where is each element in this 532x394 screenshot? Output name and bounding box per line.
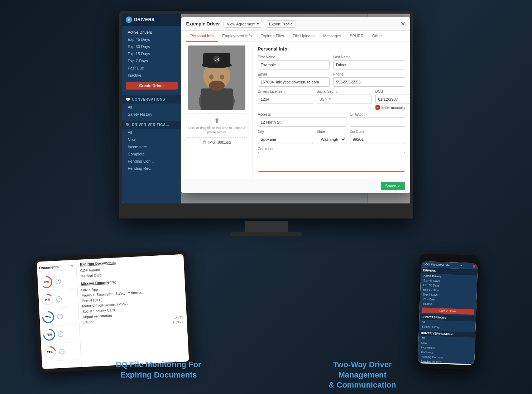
two-way-management-title: Two-Way Driver Management& Communication [309, 360, 416, 390]
phone-create-driver-button[interactable]: Create Driver [422, 307, 474, 314]
state-select[interactable]: Washington Oregon Idaho [317, 135, 346, 144]
enter-manually-checkbox[interactable]: ✓ [375, 105, 380, 110]
modal-close-button[interactable]: ✕ [401, 20, 405, 27]
photo-section: JR [181, 42, 253, 179]
email-label: Email [258, 72, 330, 76]
sidebar-item-dv-incomplete[interactable]: Incomplete [122, 143, 181, 150]
progress-row-2: 14% 🕐 [40, 289, 76, 309]
zip-group: Zip Code [350, 130, 405, 144]
view-agreement-button[interactable]: View Agreement ▾ [224, 20, 262, 28]
sidebar-item-safety-history[interactable]: Safety History [122, 111, 181, 118]
zip-input[interactable] [350, 135, 405, 144]
sidebar-item-active-drivers[interactable]: Active Drivers [122, 29, 181, 36]
city-label: City [258, 130, 313, 134]
social-sec-input[interactable] [317, 95, 372, 104]
conversations-header: 💬 CONVERSATIONS [122, 95, 181, 104]
progress-circle-1: 57% [40, 275, 53, 289]
sidebar-item-dv-pending-record[interactable]: Pending Rec... [122, 165, 181, 172]
svg-point-9 [220, 75, 224, 80]
clock-icon-5: 🕐 [58, 349, 65, 355]
tab-messages[interactable]: Messages [319, 31, 345, 42]
svg-text:JR: JR [215, 57, 220, 61]
sidebar-item-exp15[interactable]: Exp 15 Days [122, 50, 181, 57]
phone-label: Phone [333, 72, 405, 76]
progress-circle-3: 71% [42, 311, 55, 324]
last-name-input[interactable] [333, 60, 405, 69]
upload-text: Click or drag file to this area to uploa… [188, 126, 246, 134]
sidebar-item-past-due[interactable]: Past Due [122, 64, 181, 72]
sidebar-item-exp7[interactable]: Exp 7 Days [122, 57, 181, 64]
contact-row: Email Phone [258, 72, 405, 87]
address-group: Address [258, 112, 346, 127]
sidebar-drivers-section: Active Drivers Exp 45 Days Exp 30 Days E… [122, 29, 181, 92]
date-end-2: 1/13/27 [173, 320, 184, 325]
export-profile-button[interactable]: Export Profile [266, 20, 296, 28]
sidebar-item-inactive[interactable]: Inactive [122, 72, 181, 79]
clock-icon-4: 🕐 [58, 331, 64, 337]
driver-modal: Example Driver View Agreement ▾ Export P… [181, 17, 410, 193]
svg-rect-2 [201, 88, 233, 110]
tablet-wrapper: Documents ⇅ 57% 🕐 [33, 250, 193, 373]
delete-photo-button[interactable]: 🗑 [203, 140, 207, 145]
drivers-license-group: Drivers License # [258, 90, 313, 110]
sidebar-item-dv-new[interactable]: New [122, 136, 181, 143]
date-start-1: 1/10/22 [83, 320, 94, 325]
form-title: Personal Info: [258, 46, 405, 52]
first-name-input[interactable] [258, 60, 330, 69]
tab-employment-info[interactable]: Employment Info [218, 31, 256, 42]
phone-site-label: 1-DQ File Demo Site [423, 263, 450, 267]
driver-verification-header: 🔍 DRIVER VERIFICA... [122, 121, 181, 129]
phone-screen: 1-DQ File Demo Site ▾ DRIVERS Active Dri… [418, 261, 478, 365]
modal-tabs: Personal Info Employment Info Expiring F… [181, 31, 410, 42]
first-name-label: First Name [258, 55, 330, 59]
tab-personal-info[interactable]: Personal Info [186, 31, 218, 42]
photo-upload-area[interactable]: ⬆ Click or drag file to this area to upl… [185, 114, 249, 138]
phone-group: Phone [333, 72, 405, 87]
unit-apt-label: Unit/Apt # [350, 112, 405, 116]
dob-input[interactable] [375, 95, 410, 104]
svg-point-8 [209, 75, 214, 80]
comment-textarea[interactable] [258, 152, 405, 172]
sidebar-item-exp45[interactable]: Exp 45 Days [122, 36, 181, 43]
progress-row-3: 71% 🕐 [41, 307, 77, 326]
sidebar-item-dv-pending-consent[interactable]: Pending Con... [122, 158, 181, 165]
city-input[interactable] [258, 135, 313, 144]
form-section: Personal Info: First Name Last Name [253, 42, 410, 179]
sidebar-item-exp30[interactable]: Exp 30 Days [122, 43, 181, 50]
main-content: Medic 3/11/ 7/5/2 3/21/ 5/1/2 3/26/ 4/10… [181, 14, 410, 203]
unit-apt-input[interactable] [350, 117, 405, 127]
modal-overlay: Example Driver View Agreement ▾ Export P… [181, 14, 410, 203]
progress-text-4: 71% [46, 333, 52, 336]
sidebar-item-conversations-all[interactable]: All [122, 104, 181, 111]
tablet-docs-label: Documents [39, 265, 59, 270]
tab-file-uploads[interactable]: File Uploads [288, 31, 319, 42]
state-group: State Washington Oregon Idaho [317, 130, 346, 144]
tab-expiring-files[interactable]: Expiring Files [256, 31, 288, 42]
tablet-right-panel: Expiring Documents: COF Annual Medical C… [76, 254, 189, 367]
city-group: City [258, 130, 313, 144]
sidebar-item-dv-all[interactable]: All [122, 129, 181, 136]
drivers-license-label: Drivers License # [258, 90, 313, 93]
enter-manually-row: ✓ Enter manually [375, 105, 410, 110]
sidebar-item-dv-complete[interactable]: Complete [122, 150, 181, 158]
progress-text-3: 71% [45, 316, 51, 319]
phone-sidebar: DRIVERS Active Drivers Exp 45 Days Exp 3… [418, 267, 478, 364]
enter-manually-label: Enter manually [382, 106, 406, 110]
address-input[interactable] [258, 117, 346, 127]
tablet-docs-header: Documents ⇅ [39, 263, 74, 272]
file-name-row: 🗑 IMG_3881.jpg [203, 140, 231, 145]
saved-button[interactable]: Saved ✓ [381, 182, 405, 190]
chevron-down-icon: ▾ [257, 21, 259, 26]
comment-group: Comment [258, 147, 405, 172]
tab-sphrr[interactable]: SPHRR [345, 31, 368, 42]
create-driver-button[interactable]: Create Driver [126, 82, 178, 90]
drivers-license-input[interactable] [258, 95, 313, 104]
bottom-label-left: DQ File Monitoring ForExpiring Documents [116, 360, 201, 390]
zip-label: Zip Code [350, 130, 405, 134]
name-row: First Name Last Name [258, 55, 405, 69]
tab-other[interactable]: Other [368, 31, 387, 42]
tablet-screen: Documents ⇅ 57% 🕐 [37, 254, 189, 369]
progress-row-5: 21% 🕐 [43, 342, 78, 361]
email-input[interactable] [258, 77, 330, 87]
phone-input[interactable] [333, 77, 405, 87]
